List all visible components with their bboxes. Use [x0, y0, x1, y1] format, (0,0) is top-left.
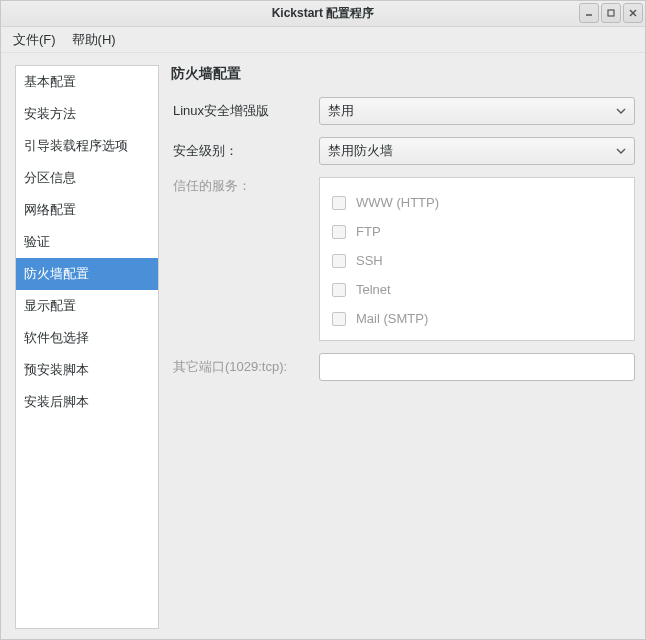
service-item-www[interactable]: WWW (HTTP) [332, 188, 622, 217]
other-ports-input[interactable] [319, 353, 635, 381]
svg-rect-1 [608, 10, 614, 16]
sidebar: 基本配置 安装方法 引导装载程序选项 分区信息 网络配置 验证 防火墙配置 显示… [15, 65, 159, 629]
content: 防火墙配置 Linux安全增强版 禁用 安全级别： 禁用防火墙 [171, 65, 635, 629]
sidebar-item-basic[interactable]: 基本配置 [16, 66, 158, 98]
trusted-services-box: WWW (HTTP) FTP SSH Telnet [319, 177, 635, 341]
label-selinux: Linux安全增强版 [171, 102, 311, 120]
service-label: FTP [356, 224, 381, 239]
sidebar-item-prescript[interactable]: 预安装脚本 [16, 354, 158, 386]
checkbox-icon [332, 283, 346, 297]
sidebar-item-install[interactable]: 安装方法 [16, 98, 158, 130]
menu-file[interactable]: 文件(F) [7, 28, 62, 52]
close-button[interactable] [623, 3, 643, 23]
row-selinux: Linux安全增强版 禁用 [171, 97, 635, 125]
select-security-level[interactable]: 禁用防火墙 [319, 137, 635, 165]
sidebar-item-packages[interactable]: 软件包选择 [16, 322, 158, 354]
titlebar: Kickstart 配置程序 [1, 1, 645, 27]
app-window: Kickstart 配置程序 文件(F) 帮助(H) 基本配置 安装方法 引导装… [0, 0, 646, 640]
service-label: WWW (HTTP) [356, 195, 439, 210]
service-item-mail[interactable]: Mail (SMTP) [332, 304, 622, 333]
service-label: Telnet [356, 282, 391, 297]
label-security-level: 安全级别： [171, 142, 311, 160]
window-controls [579, 3, 643, 23]
minimize-icon [584, 8, 594, 18]
row-trusted-services: 信任的服务： WWW (HTTP) FTP SSH [171, 177, 635, 341]
service-item-ftp[interactable]: FTP [332, 217, 622, 246]
maximize-icon [606, 8, 616, 18]
menu-help[interactable]: 帮助(H) [66, 28, 122, 52]
checkbox-icon [332, 225, 346, 239]
close-icon [628, 8, 638, 18]
label-trusted-services: 信任的服务： [171, 177, 311, 195]
sidebar-item-bootloader[interactable]: 引导装载程序选项 [16, 130, 158, 162]
maximize-button[interactable] [601, 3, 621, 23]
sidebar-item-auth[interactable]: 验证 [16, 226, 158, 258]
minimize-button[interactable] [579, 3, 599, 23]
select-selinux-value: 禁用 [328, 102, 354, 120]
label-other-ports: 其它端口(1029:tcp): [171, 358, 311, 376]
window-title: Kickstart 配置程序 [1, 5, 645, 22]
checkbox-icon [332, 312, 346, 326]
checkbox-icon [332, 254, 346, 268]
sidebar-item-postscript[interactable]: 安装后脚本 [16, 386, 158, 418]
chevron-down-icon [616, 146, 626, 156]
service-label: SSH [356, 253, 383, 268]
body: 基本配置 安装方法 引导装载程序选项 分区信息 网络配置 验证 防火墙配置 显示… [1, 53, 645, 639]
checkbox-icon [332, 196, 346, 210]
select-selinux[interactable]: 禁用 [319, 97, 635, 125]
chevron-down-icon [616, 106, 626, 116]
sidebar-item-partition[interactable]: 分区信息 [16, 162, 158, 194]
select-security-level-value: 禁用防火墙 [328, 142, 393, 160]
service-item-telnet[interactable]: Telnet [332, 275, 622, 304]
service-item-ssh[interactable]: SSH [332, 246, 622, 275]
sidebar-item-display[interactable]: 显示配置 [16, 290, 158, 322]
sidebar-item-network[interactable]: 网络配置 [16, 194, 158, 226]
service-label: Mail (SMTP) [356, 311, 428, 326]
panel-title: 防火墙配置 [171, 65, 635, 83]
row-other-ports: 其它端口(1029:tcp): [171, 353, 635, 381]
row-security-level: 安全级别： 禁用防火墙 [171, 137, 635, 165]
menubar: 文件(F) 帮助(H) [1, 27, 645, 53]
sidebar-item-firewall[interactable]: 防火墙配置 [16, 258, 158, 290]
